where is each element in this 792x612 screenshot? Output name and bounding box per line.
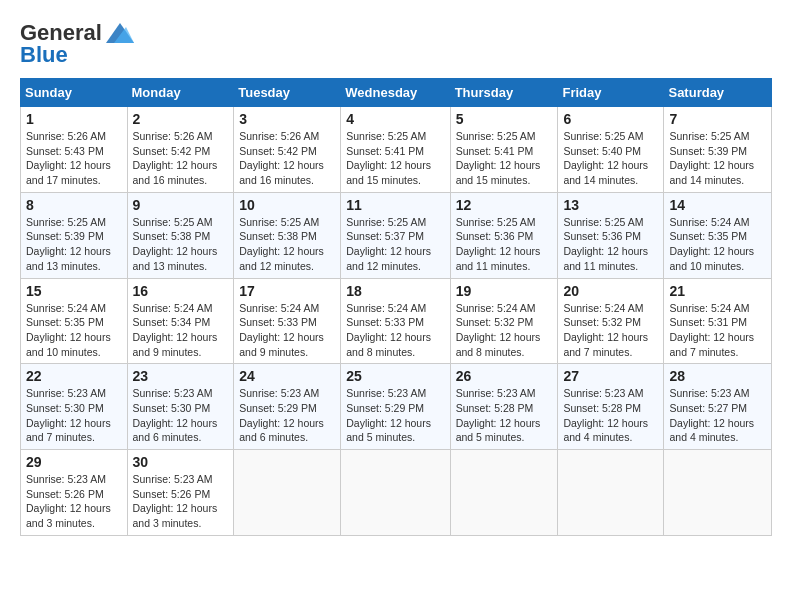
day-number: 20	[563, 283, 658, 299]
day-info: Sunrise: 5:24 AMSunset: 5:34 PMDaylight:…	[133, 301, 229, 360]
logo-blue: Blue	[20, 42, 68, 68]
calendar-cell: 1Sunrise: 5:26 AMSunset: 5:43 PMDaylight…	[21, 107, 128, 193]
day-info: Sunrise: 5:26 AMSunset: 5:42 PMDaylight:…	[133, 129, 229, 188]
day-number: 16	[133, 283, 229, 299]
calendar-week-2: 8Sunrise: 5:25 AMSunset: 5:39 PMDaylight…	[21, 192, 772, 278]
day-number: 14	[669, 197, 766, 213]
calendar-cell: 2Sunrise: 5:26 AMSunset: 5:42 PMDaylight…	[127, 107, 234, 193]
day-info: Sunrise: 5:23 AMSunset: 5:26 PMDaylight:…	[26, 472, 122, 531]
day-number: 11	[346, 197, 444, 213]
calendar-cell: 23Sunrise: 5:23 AMSunset: 5:30 PMDayligh…	[127, 364, 234, 450]
calendar-week-3: 15Sunrise: 5:24 AMSunset: 5:35 PMDayligh…	[21, 278, 772, 364]
day-number: 24	[239, 368, 335, 384]
col-header-thursday: Thursday	[450, 79, 558, 107]
day-info: Sunrise: 5:25 AMSunset: 5:40 PMDaylight:…	[563, 129, 658, 188]
day-number: 18	[346, 283, 444, 299]
day-number: 22	[26, 368, 122, 384]
day-info: Sunrise: 5:25 AMSunset: 5:41 PMDaylight:…	[346, 129, 444, 188]
calendar-cell: 12Sunrise: 5:25 AMSunset: 5:36 PMDayligh…	[450, 192, 558, 278]
day-number: 21	[669, 283, 766, 299]
day-info: Sunrise: 5:25 AMSunset: 5:36 PMDaylight:…	[456, 215, 553, 274]
calendar-cell	[341, 450, 450, 536]
col-header-sunday: Sunday	[21, 79, 128, 107]
day-info: Sunrise: 5:25 AMSunset: 5:41 PMDaylight:…	[456, 129, 553, 188]
calendar-cell: 30Sunrise: 5:23 AMSunset: 5:26 PMDayligh…	[127, 450, 234, 536]
calendar-week-4: 22Sunrise: 5:23 AMSunset: 5:30 PMDayligh…	[21, 364, 772, 450]
day-number: 1	[26, 111, 122, 127]
day-number: 17	[239, 283, 335, 299]
day-info: Sunrise: 5:23 AMSunset: 5:28 PMDaylight:…	[456, 386, 553, 445]
page-header: General Blue	[20, 20, 772, 68]
day-number: 29	[26, 454, 122, 470]
calendar-cell: 3Sunrise: 5:26 AMSunset: 5:42 PMDaylight…	[234, 107, 341, 193]
day-info: Sunrise: 5:25 AMSunset: 5:36 PMDaylight:…	[563, 215, 658, 274]
day-info: Sunrise: 5:23 AMSunset: 5:26 PMDaylight:…	[133, 472, 229, 531]
day-number: 19	[456, 283, 553, 299]
day-number: 27	[563, 368, 658, 384]
day-info: Sunrise: 5:25 AMSunset: 5:39 PMDaylight:…	[669, 129, 766, 188]
day-info: Sunrise: 5:23 AMSunset: 5:27 PMDaylight:…	[669, 386, 766, 445]
day-info: Sunrise: 5:24 AMSunset: 5:35 PMDaylight:…	[669, 215, 766, 274]
calendar-cell: 5Sunrise: 5:25 AMSunset: 5:41 PMDaylight…	[450, 107, 558, 193]
day-info: Sunrise: 5:24 AMSunset: 5:35 PMDaylight:…	[26, 301, 122, 360]
calendar-cell: 26Sunrise: 5:23 AMSunset: 5:28 PMDayligh…	[450, 364, 558, 450]
calendar-cell	[558, 450, 664, 536]
calendar-cell: 6Sunrise: 5:25 AMSunset: 5:40 PMDaylight…	[558, 107, 664, 193]
calendar-week-5: 29Sunrise: 5:23 AMSunset: 5:26 PMDayligh…	[21, 450, 772, 536]
calendar-cell: 20Sunrise: 5:24 AMSunset: 5:32 PMDayligh…	[558, 278, 664, 364]
logo: General Blue	[20, 20, 134, 68]
calendar-cell: 22Sunrise: 5:23 AMSunset: 5:30 PMDayligh…	[21, 364, 128, 450]
day-number: 13	[563, 197, 658, 213]
calendar-cell: 16Sunrise: 5:24 AMSunset: 5:34 PMDayligh…	[127, 278, 234, 364]
calendar-cell: 7Sunrise: 5:25 AMSunset: 5:39 PMDaylight…	[664, 107, 772, 193]
day-number: 10	[239, 197, 335, 213]
day-number: 5	[456, 111, 553, 127]
calendar-cell: 11Sunrise: 5:25 AMSunset: 5:37 PMDayligh…	[341, 192, 450, 278]
calendar-cell: 8Sunrise: 5:25 AMSunset: 5:39 PMDaylight…	[21, 192, 128, 278]
day-info: Sunrise: 5:24 AMSunset: 5:33 PMDaylight:…	[346, 301, 444, 360]
calendar-cell: 19Sunrise: 5:24 AMSunset: 5:32 PMDayligh…	[450, 278, 558, 364]
calendar-cell	[664, 450, 772, 536]
day-info: Sunrise: 5:24 AMSunset: 5:32 PMDaylight:…	[563, 301, 658, 360]
calendar-cell: 14Sunrise: 5:24 AMSunset: 5:35 PMDayligh…	[664, 192, 772, 278]
calendar-cell: 27Sunrise: 5:23 AMSunset: 5:28 PMDayligh…	[558, 364, 664, 450]
day-number: 3	[239, 111, 335, 127]
calendar-cell: 10Sunrise: 5:25 AMSunset: 5:38 PMDayligh…	[234, 192, 341, 278]
day-number: 30	[133, 454, 229, 470]
day-number: 15	[26, 283, 122, 299]
day-info: Sunrise: 5:25 AMSunset: 5:39 PMDaylight:…	[26, 215, 122, 274]
calendar-cell	[450, 450, 558, 536]
logo-icon	[106, 23, 134, 43]
calendar-cell: 18Sunrise: 5:24 AMSunset: 5:33 PMDayligh…	[341, 278, 450, 364]
day-number: 7	[669, 111, 766, 127]
calendar-table: SundayMondayTuesdayWednesdayThursdayFrid…	[20, 78, 772, 536]
calendar-cell: 25Sunrise: 5:23 AMSunset: 5:29 PMDayligh…	[341, 364, 450, 450]
day-info: Sunrise: 5:25 AMSunset: 5:38 PMDaylight:…	[239, 215, 335, 274]
day-number: 2	[133, 111, 229, 127]
day-number: 12	[456, 197, 553, 213]
day-number: 6	[563, 111, 658, 127]
calendar-cell	[234, 450, 341, 536]
day-number: 4	[346, 111, 444, 127]
day-number: 25	[346, 368, 444, 384]
day-info: Sunrise: 5:23 AMSunset: 5:30 PMDaylight:…	[133, 386, 229, 445]
calendar-cell: 15Sunrise: 5:24 AMSunset: 5:35 PMDayligh…	[21, 278, 128, 364]
day-info: Sunrise: 5:26 AMSunset: 5:42 PMDaylight:…	[239, 129, 335, 188]
calendar-cell: 21Sunrise: 5:24 AMSunset: 5:31 PMDayligh…	[664, 278, 772, 364]
day-number: 8	[26, 197, 122, 213]
day-number: 23	[133, 368, 229, 384]
day-info: Sunrise: 5:25 AMSunset: 5:38 PMDaylight:…	[133, 215, 229, 274]
calendar-body: 1Sunrise: 5:26 AMSunset: 5:43 PMDaylight…	[21, 107, 772, 536]
col-header-wednesday: Wednesday	[341, 79, 450, 107]
calendar-cell: 29Sunrise: 5:23 AMSunset: 5:26 PMDayligh…	[21, 450, 128, 536]
calendar-header-row: SundayMondayTuesdayWednesdayThursdayFrid…	[21, 79, 772, 107]
day-info: Sunrise: 5:24 AMSunset: 5:33 PMDaylight:…	[239, 301, 335, 360]
calendar-cell: 13Sunrise: 5:25 AMSunset: 5:36 PMDayligh…	[558, 192, 664, 278]
calendar-cell: 28Sunrise: 5:23 AMSunset: 5:27 PMDayligh…	[664, 364, 772, 450]
day-info: Sunrise: 5:23 AMSunset: 5:29 PMDaylight:…	[346, 386, 444, 445]
col-header-saturday: Saturday	[664, 79, 772, 107]
day-info: Sunrise: 5:24 AMSunset: 5:32 PMDaylight:…	[456, 301, 553, 360]
calendar-cell: 24Sunrise: 5:23 AMSunset: 5:29 PMDayligh…	[234, 364, 341, 450]
calendar-cell: 17Sunrise: 5:24 AMSunset: 5:33 PMDayligh…	[234, 278, 341, 364]
day-number: 28	[669, 368, 766, 384]
